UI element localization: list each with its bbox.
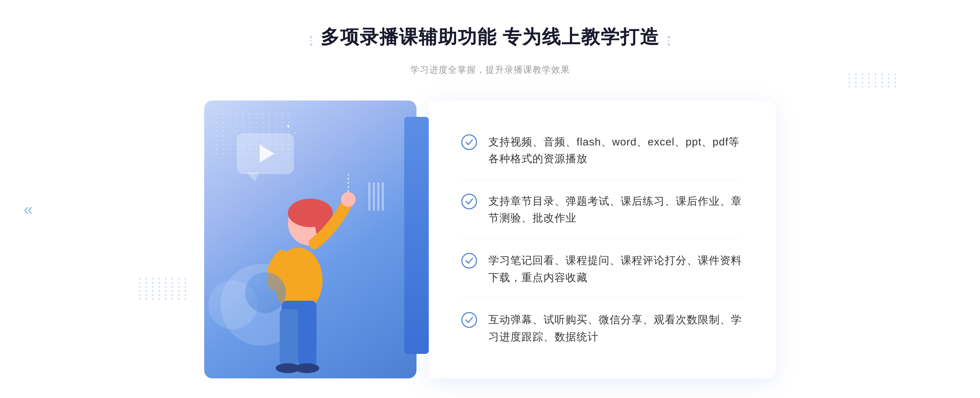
svg-point-14 [462, 313, 477, 327]
svg-point-13 [462, 253, 477, 268]
svg-point-4 [341, 192, 356, 207]
svg-point-12 [462, 194, 477, 209]
feature-text-4: 互动弹幕、试听购买、微信分享、观看次数限制、学习进度跟踪、数据统计 [488, 311, 743, 345]
person-illustration [229, 137, 368, 382]
header-deco-left [310, 36, 312, 46]
svg-point-11 [462, 135, 477, 150]
feature-item-2: 支持章节目录、弹题考试、课后练习、课后作业、章节测验、批改作业 [461, 181, 743, 239]
feature-item-3: 学习笔记回看、课程提问、课程评论打分、课件资料下载，重点内容收藏 [461, 241, 743, 298]
dot-pattern-right [849, 74, 898, 87]
page-title: 多项录播课辅助功能 专为线上教学打造 [321, 25, 660, 50]
feature-text-1: 支持视频、音频、flash、word、excel、ppt、pdf等各种格式的资源… [488, 134, 743, 168]
blue-sidebar-accent [404, 117, 429, 354]
header-deco-right [668, 36, 670, 46]
feature-item-4: 互动弹幕、试听购买、微信分享、观看次数限制、学习进度跟踪、数据统计 [461, 300, 743, 357]
page-wrapper: « 多项录播课辅助功能 专为线上教学打造 学习进度全掌握，提升录播课教学效果 f… [0, 0, 980, 398]
check-icon-1 [461, 134, 477, 150]
features-panel: 支持视频、音频、flash、word、excel、ppt、pdf等各种格式的资源… [429, 101, 776, 378]
check-icon-2 [461, 194, 477, 209]
vertical-stripes [368, 182, 384, 211]
decorative-chevron-left: « [24, 200, 33, 219]
main-content: for(let i=0;i<120;i++) document.write('<… [204, 101, 776, 378]
feature-text-2: 支持章节目录、弹题考试、课后练习、课后作业、章节测验、批改作业 [488, 193, 743, 227]
feature-text-3: 学习笔记回看、课程提问、课程评论打分、课件资料下载，重点内容收藏 [488, 252, 743, 286]
feature-item-1: 支持视频、音频、flash、word、excel、ppt、pdf等各种格式的资源… [461, 122, 743, 179]
check-icon-3 [461, 253, 477, 268]
illustration-panel: for(let i=0;i<120;i++) document.write('<… [204, 101, 416, 378]
svg-point-9 [295, 363, 319, 373]
header-area: 多项录播课辅助功能 专为线上教学打造 [310, 25, 670, 57]
svg-rect-7 [298, 309, 316, 366]
check-icon-4 [461, 312, 477, 328]
svg-rect-6 [280, 309, 298, 366]
page-subtitle: 学习进度全掌握，提升录播课教学效果 [410, 64, 570, 76]
deco-blue-circle [245, 272, 286, 313]
dot-pattern-left [139, 278, 189, 300]
